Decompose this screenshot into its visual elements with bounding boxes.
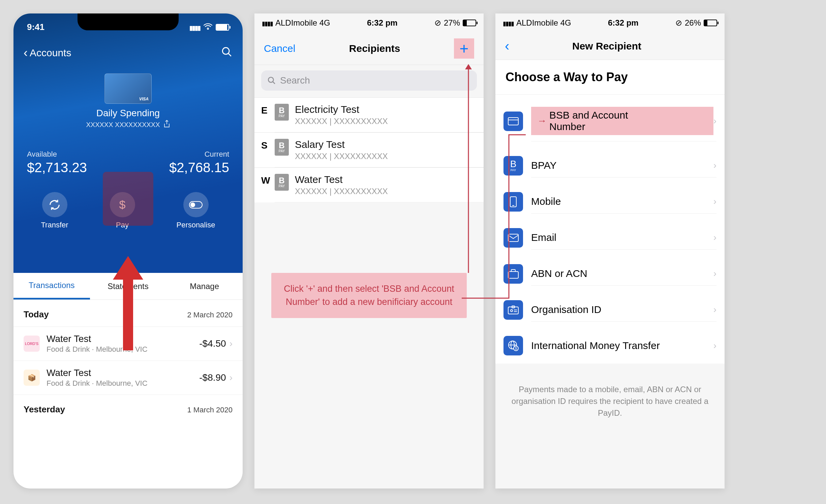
- merchant-icon: 📦: [24, 370, 40, 386]
- add-button[interactable]: +: [454, 38, 474, 59]
- back-button[interactable]: ‹ Accounts: [24, 46, 71, 60]
- svg-point-0: [222, 48, 229, 54]
- title-bar: Cancel Recipients +: [254, 32, 484, 65]
- battery-icon: [216, 24, 229, 31]
- screen-title: New Recipient: [572, 40, 641, 52]
- title-bar: ‹ New Recipient: [495, 32, 725, 60]
- option-label: Mobile: [531, 196, 561, 207]
- current-label: Current: [169, 150, 229, 159]
- option-bsb[interactable]: → BSB and Account Number ›: [495, 95, 725, 148]
- svg-rect-13: [508, 234, 518, 242]
- balance-row: Available $2,713.23 Current $2,768.15: [13, 130, 243, 175]
- payid-footnote: Payments made to a mobile, email, ABN or…: [495, 364, 725, 439]
- recipient-name: Electricity Test: [295, 104, 388, 115]
- cancel-button[interactable]: Cancel: [264, 43, 295, 54]
- index-letter: W: [254, 168, 275, 202]
- rotation-lock-icon: ⊘: [675, 18, 682, 28]
- tab-manage[interactable]: Manage: [166, 273, 243, 300]
- chevron-right-icon: ›: [713, 268, 716, 279]
- option-international[interactable]: $ International Money Transfer›: [495, 328, 725, 364]
- option-email[interactable]: Email›: [495, 220, 725, 256]
- briefcase-icon: [503, 264, 523, 284]
- svg-text:$: $: [515, 347, 517, 350]
- current-value: $2,768.15: [169, 160, 229, 175]
- transfer-label: Transfer: [41, 221, 68, 229]
- battery-percent: 27%: [444, 18, 460, 28]
- svg-point-17: [511, 310, 513, 312]
- today-label: Today: [24, 309, 49, 320]
- option-label: ABN or ACN: [531, 268, 587, 279]
- option-bpay[interactable]: BPAY BPAY›: [495, 148, 725, 184]
- back-button[interactable]: ‹: [505, 38, 525, 54]
- recipient-sub: XXXXXX | XXXXXXXXXX: [295, 152, 388, 161]
- search-input[interactable]: Search: [261, 70, 477, 91]
- tab-transactions[interactable]: Transactions: [13, 273, 90, 300]
- chevron-right-icon: ›: [713, 340, 716, 351]
- transaction-row[interactable]: 📦 Water Test Food & Drink · Melbourne, V…: [13, 360, 243, 395]
- tx-sub: Food & Drink · Melbourne, VIC: [47, 379, 199, 388]
- recipient-sub: XXXXXX | XXXXXXXXXX: [295, 187, 388, 196]
- card-number-row: XXXXXX XXXXXXXXXX: [13, 120, 243, 130]
- available-value: $2,713.23: [27, 160, 87, 175]
- bpay-icon: BPAY: [503, 156, 523, 176]
- option-label: Email: [531, 232, 556, 243]
- recipient-row[interactable]: S BPAY Salary Test XXXXXX | XXXXXXXXXX: [254, 132, 484, 167]
- phone-recipients: ALDImobile 4G 6:32 pm ⊘ 27% Cancel Recip…: [254, 13, 484, 489]
- option-label: Organisation ID: [531, 304, 601, 315]
- recipient-row[interactable]: W BPAY Water Test XXXXXX | XXXXXXXXXX: [254, 167, 484, 202]
- section-header: Choose a Way to Pay: [495, 60, 725, 94]
- chevron-right-icon: ›: [713, 160, 716, 171]
- signal-icon: [503, 18, 514, 28]
- option-label: BPAY: [531, 160, 557, 171]
- mobile-icon: [503, 192, 523, 212]
- battery-icon: [463, 20, 476, 26]
- status-bar: ALDImobile 4G 6:32 pm ⊘ 27%: [254, 13, 484, 32]
- option-org[interactable]: Organisation ID›: [495, 292, 725, 328]
- today-date: 2 March 2020: [187, 311, 233, 319]
- index-letter: E: [254, 98, 275, 132]
- personalise-label: Personalise: [177, 221, 215, 229]
- svg-point-3: [190, 202, 195, 207]
- rotation-lock-icon: ⊘: [434, 18, 441, 28]
- svg-line-6: [273, 82, 275, 84]
- tx-name: Water Test: [47, 368, 199, 378]
- globe-icon: $: [503, 336, 523, 355]
- index-letter: S: [254, 133, 275, 167]
- pay-highlight: [103, 172, 153, 226]
- device-notch: [78, 13, 179, 30]
- back-label: Accounts: [30, 47, 71, 59]
- carrier-label: ALDImobile 4G: [516, 18, 571, 28]
- instruction-callout: Click '+' and then select 'BSB and Accou…: [271, 273, 467, 318]
- option-mobile[interactable]: Mobile›: [495, 184, 725, 220]
- option-label: BSB and Account Number: [549, 109, 653, 132]
- recipient-row[interactable]: E BPAY Electricity Test XXXXXX | XXXXXXX…: [254, 97, 484, 132]
- annotation-arrow-to-plus: [460, 64, 477, 276]
- signal-icon: [189, 22, 200, 32]
- card-name: Daily Spending: [13, 108, 243, 119]
- option-abn[interactable]: ABN or ACN›: [495, 256, 725, 292]
- wifi-icon: [204, 22, 212, 32]
- transfer-icon: [42, 192, 67, 217]
- search-icon[interactable]: [221, 46, 233, 60]
- recipient-name: Salary Test: [295, 139, 388, 150]
- chevron-right-icon: ›: [713, 116, 716, 126]
- svg-rect-14: [508, 272, 518, 278]
- personalise-button[interactable]: Personalise: [177, 192, 215, 229]
- chevron-right-icon: ›: [713, 232, 716, 243]
- recipient-sub: XXXXXX | XXXXXXXXXX: [295, 117, 388, 126]
- share-icon[interactable]: [163, 120, 170, 130]
- payment-methods: → BSB and Account Number › BPAY BPAY› Mo…: [495, 94, 725, 364]
- annotation-arrow-up: [113, 256, 143, 352]
- chevron-right-icon: ›: [713, 196, 716, 207]
- annotation-arrow-icon: →: [537, 116, 547, 126]
- status-time: 6:32 pm: [367, 18, 398, 28]
- transfer-button[interactable]: Transfer: [41, 192, 68, 229]
- screen-title: Recipients: [349, 43, 400, 54]
- chevron-left-icon: ‹: [24, 46, 28, 60]
- svg-marker-4: [113, 256, 143, 350]
- chevron-right-icon: ›: [713, 304, 716, 315]
- recipients-list: E BPAY Electricity Test XXXXXX | XXXXXXX…: [254, 97, 484, 202]
- recipient-name: Water Test: [295, 174, 388, 185]
- battery-icon: [704, 20, 717, 26]
- status-bar: ALDImobile 4G 6:32 pm ⊘ 26%: [495, 13, 725, 32]
